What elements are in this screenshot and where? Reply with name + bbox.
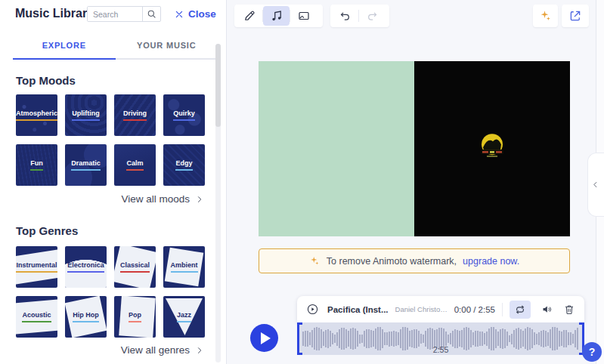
history-toolbar [330,5,389,27]
audio-track: Pacifica (Inst... Daniel Christopher O'D… [297,296,584,355]
mood-tile-fun[interactable]: Fun [16,144,57,186]
big-play-icon [261,332,271,344]
view-all-genres-link[interactable]: View all genres [15,344,204,356]
video-preview[interactable] [259,61,570,236]
mood-tile-uplifting[interactable]: Uplifting [65,94,107,136]
genre-tile-hip-hop[interactable]: Hip Hop [65,296,107,338]
undo-button[interactable] [332,6,358,26]
search-button[interactable] [142,7,160,21]
help-icon: ? [589,346,596,358]
trash-icon [563,304,575,316]
genre-tile-label: Acoustic [22,311,51,322]
genre-tile-label: Instrumental [16,261,57,273]
mood-tile-label: Calm [126,159,143,171]
mood-tile-label: Fun [30,159,43,171]
chevron-left-icon [591,180,599,189]
edit-toolbar [234,5,323,27]
library-content: Top Moods AtmosphericUpliftingDrivingQui… [15,63,204,356]
media-frame-icon [297,9,311,23]
loop-button[interactable] [510,301,531,319]
video-preview-right-pane [414,61,570,236]
music-library-header: Music Library Close [0,0,226,33]
preview-play-button[interactable] [250,324,278,352]
trim-handle-left[interactable] [297,322,302,355]
track-play-icon [306,303,319,316]
search-input[interactable] [88,7,142,21]
track-time: 0:00 / 2:55 [454,305,495,314]
card-divider [502,303,503,316]
upgrade-now-link[interactable]: upgrade now. [463,256,519,267]
volume-icon [541,303,553,316]
tab-explore[interactable]: EXPLORE [13,35,116,60]
top-genres-heading: Top Genres [16,224,204,237]
mood-tile-edgy[interactable]: Edgy [163,144,205,186]
redo-button[interactable] [359,6,386,26]
studio-logo [470,130,514,165]
ai-assist-button[interactable] [533,5,558,27]
view-all-genres-label: View all genres [121,344,190,356]
panel-title: Music Library [15,7,94,20]
redo-icon [366,10,379,23]
close-label: Close [188,8,216,20]
track-title: Pacifica (Inst... [327,305,389,314]
track-play-button[interactable] [306,303,319,316]
music-note-icon [270,9,283,23]
mood-tile-calm[interactable]: Calm [114,144,156,186]
help-button[interactable]: ? [582,342,602,362]
watermark-banner: To remove Animoto watermark, upgrade now… [259,248,570,273]
genre-tile-label: Ambient [171,261,198,273]
volume-button[interactable] [541,303,553,316]
genres-grid: InstrumentalElectronicaClassicalAmbientA… [16,246,204,338]
view-all-moods-link[interactable]: View all moods [15,193,204,205]
undo-icon [339,10,352,23]
mood-tile-quirky[interactable]: Quirky [163,94,205,136]
mood-tile-label: Quirky [173,110,195,121]
music-library-panel: Music Library Close EXPLORE YOUR MUSIC T… [0,0,227,364]
search-box [87,6,161,22]
genre-tile-jazz[interactable]: Jazz [163,296,205,338]
tab-your-music[interactable]: YOUR MUSIC [116,35,218,60]
scrollbar[interactable] [215,44,221,362]
export-icon [568,9,582,23]
genre-tile-label: Jazz [177,311,191,322]
genre-tile-instrumental[interactable]: Instrumental [16,246,57,288]
waveform-region[interactable]: 2:55 [297,322,584,355]
track-artist: Daniel Christopher O'Donnel... [395,305,451,313]
close-icon [175,10,184,19]
trash-button[interactable] [563,304,575,316]
media-button[interactable] [290,6,317,26]
editor-panel: To remove Animoto watermark, upgrade now… [227,0,604,364]
mood-tile-label: Driving [123,110,147,121]
genre-tile-label: Classical [120,261,150,273]
text-edit-button[interactable] [236,6,262,26]
genre-tile-electronica[interactable]: Electronica [65,246,107,288]
genre-tile-label: Pop [129,311,141,322]
audio-track-card: Pacifica (Inst... Daniel Christopher O'D… [297,296,584,322]
music-button[interactable] [263,6,290,26]
close-button[interactable]: Close [175,8,216,20]
panel-expand-tab[interactable] [587,153,604,217]
genre-tile-classical[interactable]: Classical [114,246,156,288]
search-icon [147,9,156,19]
mood-tile-atmospheric[interactable]: Atmospheric [16,94,57,136]
view-all-moods-label: View all moods [121,193,190,205]
mood-tile-driving[interactable]: Driving [114,94,156,136]
scrollbar-thumb[interactable] [215,44,221,127]
mood-tile-label: Edgy [175,159,192,171]
mood-tile-dramatic[interactable]: Dramatic [65,144,107,186]
mood-tile-label: Uplifting [72,110,100,121]
sparkle-icon [309,255,321,267]
watermark-banner-text: To remove Animoto watermark, [327,256,457,267]
chevron-right-icon [195,346,204,355]
video-preview-left-pane [259,61,414,236]
genre-tile-ambient[interactable]: Ambient [163,246,205,288]
library-tabs: EXPLORE YOUR MUSIC [13,35,218,60]
genre-tile-pop[interactable]: Pop [114,296,156,338]
loop-icon [514,304,526,316]
genre-tile-acoustic[interactable]: Acoustic [16,296,57,338]
moods-grid: AtmosphericUpliftingDrivingQuirkyFunDram… [16,94,204,186]
chevron-right-icon [195,195,204,204]
export-button[interactable] [562,5,589,27]
top-moods-heading: Top Moods [16,74,204,87]
pencil-icon [243,9,256,23]
